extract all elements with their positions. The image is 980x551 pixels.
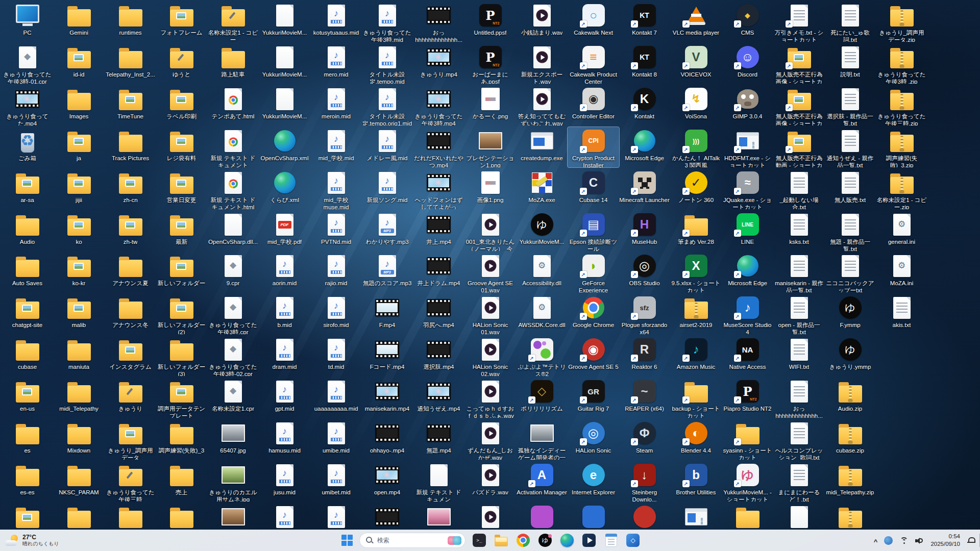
desktop-icon[interactable]: Mixdown	[53, 419, 105, 460]
desktop-icon[interactable]: en-us	[2, 378, 53, 418]
desktop-icon[interactable]: ↗ 無人販売不正行為動画 - ショートカット	[773, 127, 825, 167]
desktop-icon[interactable]	[53, 503, 105, 530]
desktop-icon[interactable]: まにまにわーるど！.txt	[773, 461, 825, 502]
desktop-icon[interactable]: 新規 テキスト ドキュメント.musicxml	[413, 461, 464, 502]
desktop-icon[interactable]: NA↗ Native Access	[722, 336, 773, 376]
desktop-icon[interactable]: 小銭詰まり.wav	[516, 2, 568, 42]
desktop-icon[interactable]	[773, 503, 825, 530]
desktop-icon[interactable]: ◉↗ Controller Editor	[568, 85, 619, 126]
desktop-icon[interactable]: KT↗ Kontakt 7	[619, 2, 670, 42]
desktop-icon[interactable]: 井上.mp4	[413, 211, 464, 251]
desktop-icon[interactable]: YukkuriMovieM...	[259, 43, 310, 84]
desktop-icon[interactable]: X↗ 9.5.xlsx - ショートカット	[670, 252, 722, 292]
desktop-icon[interactable]: Audio.zip	[824, 378, 876, 418]
desktop-icon[interactable]: LINE↗ LINE	[722, 211, 773, 251]
desktop-icon[interactable]: だれだFXいれたやつ.mp4	[413, 127, 464, 167]
desktop-icon[interactable]: ↗ syasinn - ショートカット	[722, 419, 773, 460]
desktop-icon[interactable]: ◆ きゅうり食ってた午後3時-02.cpr	[207, 336, 259, 376]
taskbar-icon-microsoft-edge[interactable]	[558, 532, 576, 549]
desktop-icon[interactable]: Auto Saves	[2, 252, 53, 292]
desktop-icon[interactable]: e Internet Explorer	[568, 461, 619, 502]
desktop-icon[interactable]: ↗ 無人販売不正行為画像 - ショートカッ...	[773, 43, 825, 84]
desktop-icon[interactable]: 無題.mp4	[413, 419, 464, 460]
desktop-icon[interactable]: ♪ mid_学校 muse.mid	[310, 169, 362, 209]
taskbar-icon-blue-app[interactable]: ◇	[624, 532, 642, 549]
desktop-icon[interactable]: ゆ YukkuriMovieM...	[516, 211, 568, 251]
desktop-icon[interactable]: Φ↗ Steam	[619, 419, 670, 460]
desktop-icon[interactable]: 調声練習(失敗)_3.zip	[876, 127, 927, 167]
desktop-icon[interactable]: こってゅｈｄすおｆｄｓｂふぁ.wav	[464, 378, 516, 418]
desktop-icon[interactable]: midi_Telepathy.zip	[824, 461, 876, 502]
desktop-icon[interactable]: ♪ jusu.mid	[259, 461, 310, 502]
desktop-icon[interactable]: ♪MP3 無題のスコア.mp3	[361, 252, 413, 292]
desktop-icon[interactable]	[156, 503, 207, 530]
desktop-icon[interactable]: H↗ MuseHub	[619, 211, 670, 251]
desktop-icon[interactable]: ♪ hamusu.mid	[259, 419, 310, 460]
desktop-icon[interactable]: ↗ 万引きメモ.txt - ショートカット	[773, 2, 825, 42]
desktop-icon[interactable]: ♪ b.mid	[259, 294, 310, 334]
desktop-icon[interactable]: _起動しない場合.txt	[773, 169, 825, 209]
desktop-icon[interactable]: ↗ backup - ショートカット	[670, 378, 722, 418]
desktop-icon[interactable]: ↓↗ Steinberg Downlo...	[619, 461, 670, 502]
desktop-icon[interactable]: Groove Agent SE 01.wav	[464, 252, 516, 292]
desktop-icon[interactable]: きゅうり_調声用データ	[105, 419, 156, 460]
desktop-icon[interactable]	[670, 503, 722, 530]
desktop-icon[interactable]: くらび.xml	[259, 169, 310, 209]
desktop-icon[interactable]: ♪	[259, 503, 310, 530]
desktop-icon[interactable]: ♪ タイトル未設定.tempo.mid	[361, 43, 413, 84]
desktop-icon[interactable]: manisekarin - 親作品一覧.txt	[773, 252, 825, 292]
desktop-icon[interactable]: ↗ HDDFMT.exe - ショートカット	[722, 127, 773, 167]
desktop-icon[interactable]: ◆ きゅうり食ってた午後3時-01.cpr	[2, 43, 53, 84]
desktop-icon[interactable]: きゅうりのカエル用サムネ.jpg	[207, 461, 259, 502]
desktop-icon[interactable]	[207, 503, 259, 530]
desktop-icon[interactable]: かるーく.png	[464, 85, 516, 126]
desktop-icon[interactable]: ♻ ごみ箱	[2, 127, 53, 167]
desktop-icon[interactable]: CPI↗ Crypton Product Installer	[568, 127, 619, 167]
desktop-icon[interactable]: ♪ meroin.mid	[310, 85, 362, 126]
desktop-icon[interactable]: GR↗ Guitar Rig 7	[568, 378, 619, 418]
desktop-icon[interactable]	[2, 503, 53, 530]
desktop-icon[interactable]	[516, 503, 568, 530]
desktop-icon[interactable]: レジ袋有料	[156, 127, 207, 167]
desktop-icon[interactable]: ♪ mero.mid	[310, 43, 362, 84]
taskbar-icon-media-player[interactable]	[580, 532, 598, 549]
desktop-icon[interactable]: ar-sa	[2, 169, 53, 209]
desktop-icon[interactable]: MoZA.exe	[516, 169, 568, 209]
desktop-icon[interactable]: akis.txt	[876, 294, 927, 334]
desktop-icon[interactable]: zh-cn	[105, 169, 156, 209]
desktop-icon[interactable]: C↗ Cubase 14	[568, 169, 619, 209]
taskbar-icon-file-explorer[interactable]	[493, 532, 510, 549]
desktop-icon[interactable]: 画像1.png	[464, 169, 516, 209]
desktop-icon[interactable]: インスタグラム	[105, 336, 156, 376]
desktop-icon[interactable]: jijii	[53, 169, 105, 209]
desktop-icon[interactable]: 調声用データテンプレート	[156, 378, 207, 418]
desktop-icon[interactable]: 路上駐車	[207, 43, 259, 84]
desktop-icon[interactable]: ♪↗ Amazon Music	[670, 336, 722, 376]
desktop-icon[interactable]: 選択肢.mp4	[413, 336, 464, 376]
tray-status-icon[interactable]	[884, 536, 893, 545]
desktop-icon[interactable]: ↗ Minecraft Launcher	[619, 169, 670, 209]
desktop-icon[interactable]: Audio	[2, 211, 53, 251]
desktop-icon[interactable]: 名称未設定1 - コピー	[207, 2, 259, 42]
desktop-icon[interactable]	[824, 503, 876, 530]
desktop-icon[interactable]: 無人販売.txt	[824, 169, 876, 209]
desktop-icon[interactable]: 新しいフォルダー (2)	[156, 294, 207, 334]
desktop-icon[interactable]: es-es	[2, 461, 53, 502]
desktop-icon[interactable]: open.mp4	[361, 461, 413, 502]
desktop-icon[interactable]: OpenCvSharp.dll...	[207, 211, 259, 251]
desktop-icon[interactable]: YukkuriMovieM...	[259, 2, 310, 42]
desktop-icon[interactable]: 新しいフォルダー	[156, 252, 207, 292]
desktop-icon[interactable]: K↗ Kontakt	[619, 85, 670, 126]
desktop-icon[interactable]: ニコニコバックアップーtxt	[824, 252, 876, 292]
desktop-icon[interactable]: ↗ ぷよぷよ™テトリス®2	[516, 336, 568, 376]
desktop-icon[interactable]: プレゼンテーション1.png	[464, 127, 516, 167]
desktop-icon[interactable]: PDF mid_学校.pdf	[259, 211, 310, 251]
desktop-icon[interactable]: テンポあて.html	[207, 85, 259, 126]
desktop-icon[interactable]: おっhhhhhhhhhhhhh...	[773, 378, 825, 418]
desktop-icon[interactable]: ♪MP3 わかりやす.mp3	[361, 211, 413, 251]
desktop-icon[interactable]: )))↗ かんたん！ AITalk 3 関西風	[670, 127, 722, 167]
desktop-icon[interactable]: ♪ kotusytuaaus.mid	[310, 2, 362, 42]
desktop-icon[interactable]: ♪ uaaaaaaaaa.mid	[310, 378, 362, 418]
desktop-icon[interactable]: manisekarin.mp4	[361, 378, 413, 418]
desktop-icon[interactable]	[361, 503, 413, 530]
